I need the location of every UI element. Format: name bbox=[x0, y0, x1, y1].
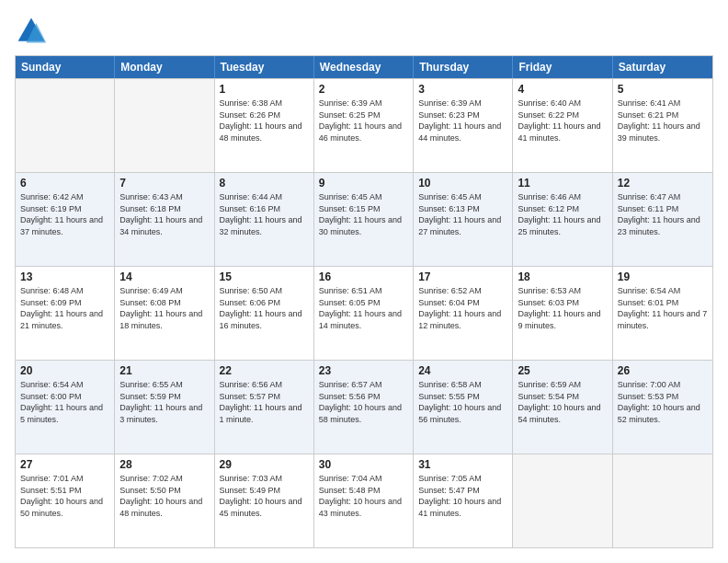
calendar-cell: 1Sunrise: 6:38 AM Sunset: 6:26 PM Daylig… bbox=[215, 79, 314, 172]
calendar-cell: 9Sunrise: 6:45 AM Sunset: 6:15 PM Daylig… bbox=[314, 173, 414, 266]
day-info: Sunrise: 6:57 AM Sunset: 5:56 PM Dayligh… bbox=[319, 379, 408, 425]
day-info: Sunrise: 6:52 AM Sunset: 6:04 PM Dayligh… bbox=[418, 285, 507, 331]
header-day-thursday: Thursday bbox=[414, 56, 513, 78]
day-number: 16 bbox=[319, 270, 408, 283]
day-number: 7 bbox=[119, 177, 209, 190]
day-info: Sunrise: 6:39 AM Sunset: 6:23 PM Dayligh… bbox=[418, 98, 507, 144]
calendar-cell: 3Sunrise: 6:39 AM Sunset: 6:23 PM Daylig… bbox=[414, 79, 513, 172]
calendar-cell: 29Sunrise: 7:03 AM Sunset: 5:49 PM Dayli… bbox=[215, 454, 314, 547]
day-number: 15 bbox=[220, 270, 309, 283]
logo bbox=[15, 15, 51, 48]
calendar-cell: 26Sunrise: 7:00 AM Sunset: 5:53 PM Dayli… bbox=[613, 361, 712, 454]
calendar-row: 20Sunrise: 6:54 AM Sunset: 6:00 PM Dayli… bbox=[16, 360, 712, 454]
day-info: Sunrise: 6:40 AM Sunset: 6:22 PM Dayligh… bbox=[518, 98, 607, 144]
calendar-row: 27Sunrise: 7:01 AM Sunset: 5:51 PM Dayli… bbox=[16, 454, 712, 547]
calendar-cell: 2Sunrise: 6:39 AM Sunset: 6:25 PM Daylig… bbox=[314, 79, 414, 172]
day-info: Sunrise: 6:44 AM Sunset: 6:16 PM Dayligh… bbox=[220, 191, 309, 237]
day-info: Sunrise: 6:43 AM Sunset: 6:18 PM Dayligh… bbox=[119, 191, 209, 237]
day-info: Sunrise: 6:46 AM Sunset: 6:12 PM Dayligh… bbox=[518, 191, 607, 237]
day-number: 19 bbox=[618, 270, 708, 283]
day-number: 30 bbox=[319, 458, 408, 471]
calendar-cell: 7Sunrise: 6:43 AM Sunset: 6:18 PM Daylig… bbox=[115, 173, 214, 266]
calendar-cell: 10Sunrise: 6:45 AM Sunset: 6:13 PM Dayli… bbox=[414, 173, 513, 266]
day-info: Sunrise: 6:54 AM Sunset: 6:00 PM Dayligh… bbox=[20, 379, 109, 425]
calendar-cell: 4Sunrise: 6:40 AM Sunset: 6:22 PM Daylig… bbox=[513, 79, 612, 172]
day-number: 31 bbox=[418, 458, 507, 471]
day-number: 5 bbox=[618, 83, 708, 96]
day-number: 24 bbox=[418, 364, 507, 377]
day-number: 2 bbox=[319, 83, 408, 96]
day-info: Sunrise: 6:47 AM Sunset: 6:11 PM Dayligh… bbox=[618, 191, 708, 237]
day-info: Sunrise: 6:59 AM Sunset: 5:54 PM Dayligh… bbox=[518, 379, 607, 425]
day-info: Sunrise: 6:42 AM Sunset: 6:19 PM Dayligh… bbox=[20, 191, 109, 237]
day-number: 18 bbox=[518, 270, 607, 283]
day-number: 25 bbox=[518, 364, 607, 377]
day-number: 10 bbox=[418, 177, 507, 190]
header-day-wednesday: Wednesday bbox=[314, 56, 414, 78]
page: SundayMondayTuesdayWednesdayThursdayFrid… bbox=[0, 0, 728, 563]
day-number: 8 bbox=[220, 177, 309, 190]
calendar-cell: 22Sunrise: 6:56 AM Sunset: 5:57 PM Dayli… bbox=[215, 361, 314, 454]
calendar-cell: 27Sunrise: 7:01 AM Sunset: 5:51 PM Dayli… bbox=[16, 454, 115, 547]
calendar-header: SundayMondayTuesdayWednesdayThursdayFrid… bbox=[16, 56, 712, 78]
calendar-body: 1Sunrise: 6:38 AM Sunset: 6:26 PM Daylig… bbox=[16, 78, 712, 547]
calendar-cell: 18Sunrise: 6:53 AM Sunset: 6:03 PM Dayli… bbox=[513, 267, 612, 360]
header-day-saturday: Saturday bbox=[613, 56, 712, 78]
calendar-row: 1Sunrise: 6:38 AM Sunset: 6:26 PM Daylig… bbox=[16, 78, 712, 172]
header bbox=[15, 15, 713, 48]
day-info: Sunrise: 6:45 AM Sunset: 6:13 PM Dayligh… bbox=[418, 191, 507, 237]
calendar-row: 6Sunrise: 6:42 AM Sunset: 6:19 PM Daylig… bbox=[16, 172, 712, 266]
calendar-cell: 23Sunrise: 6:57 AM Sunset: 5:56 PM Dayli… bbox=[314, 361, 414, 454]
header-day-monday: Monday bbox=[115, 56, 214, 78]
day-info: Sunrise: 7:04 AM Sunset: 5:48 PM Dayligh… bbox=[319, 473, 408, 519]
calendar-cell: 13Sunrise: 6:48 AM Sunset: 6:09 PM Dayli… bbox=[16, 267, 115, 360]
day-number: 3 bbox=[418, 83, 507, 96]
calendar-cell: 24Sunrise: 6:58 AM Sunset: 5:55 PM Dayli… bbox=[414, 361, 513, 454]
logo-icon bbox=[15, 15, 48, 48]
calendar-cell bbox=[115, 79, 214, 172]
calendar-cell bbox=[16, 79, 115, 172]
calendar-cell: 12Sunrise: 6:47 AM Sunset: 6:11 PM Dayli… bbox=[613, 173, 712, 266]
calendar-cell: 19Sunrise: 6:54 AM Sunset: 6:01 PM Dayli… bbox=[613, 267, 712, 360]
day-number: 12 bbox=[618, 177, 708, 190]
day-number: 21 bbox=[119, 364, 209, 377]
day-info: Sunrise: 6:58 AM Sunset: 5:55 PM Dayligh… bbox=[418, 379, 507, 425]
day-info: Sunrise: 6:53 AM Sunset: 6:03 PM Dayligh… bbox=[518, 285, 607, 331]
calendar-cell: 14Sunrise: 6:49 AM Sunset: 6:08 PM Dayli… bbox=[115, 267, 214, 360]
day-number: 14 bbox=[119, 270, 209, 283]
day-number: 11 bbox=[518, 177, 607, 190]
day-number: 6 bbox=[20, 177, 109, 190]
day-number: 4 bbox=[518, 83, 607, 96]
calendar-cell: 31Sunrise: 7:05 AM Sunset: 5:47 PM Dayli… bbox=[414, 454, 513, 547]
calendar-cell: 20Sunrise: 6:54 AM Sunset: 6:00 PM Dayli… bbox=[16, 361, 115, 454]
calendar-row: 13Sunrise: 6:48 AM Sunset: 6:09 PM Dayli… bbox=[16, 266, 712, 360]
calendar-cell: 6Sunrise: 6:42 AM Sunset: 6:19 PM Daylig… bbox=[16, 173, 115, 266]
day-info: Sunrise: 6:54 AM Sunset: 6:01 PM Dayligh… bbox=[618, 285, 708, 331]
day-number: 20 bbox=[20, 364, 109, 377]
day-number: 13 bbox=[20, 270, 109, 283]
day-number: 29 bbox=[220, 458, 309, 471]
day-info: Sunrise: 7:00 AM Sunset: 5:53 PM Dayligh… bbox=[618, 379, 708, 425]
day-info: Sunrise: 6:39 AM Sunset: 6:25 PM Dayligh… bbox=[319, 98, 408, 144]
day-info: Sunrise: 6:56 AM Sunset: 5:57 PM Dayligh… bbox=[220, 379, 309, 425]
day-info: Sunrise: 6:50 AM Sunset: 6:06 PM Dayligh… bbox=[220, 285, 309, 331]
day-number: 1 bbox=[220, 83, 309, 96]
header-day-friday: Friday bbox=[513, 56, 612, 78]
day-info: Sunrise: 7:02 AM Sunset: 5:50 PM Dayligh… bbox=[119, 473, 209, 519]
day-info: Sunrise: 7:03 AM Sunset: 5:49 PM Dayligh… bbox=[220, 473, 309, 519]
day-info: Sunrise: 6:49 AM Sunset: 6:08 PM Dayligh… bbox=[119, 285, 209, 331]
calendar-cell bbox=[513, 454, 612, 547]
calendar-cell: 8Sunrise: 6:44 AM Sunset: 6:16 PM Daylig… bbox=[215, 173, 314, 266]
day-info: Sunrise: 6:41 AM Sunset: 6:21 PM Dayligh… bbox=[618, 98, 708, 144]
day-info: Sunrise: 6:45 AM Sunset: 6:15 PM Dayligh… bbox=[319, 191, 408, 237]
calendar-cell: 21Sunrise: 6:55 AM Sunset: 5:59 PM Dayli… bbox=[115, 361, 214, 454]
day-number: 28 bbox=[119, 458, 209, 471]
header-day-tuesday: Tuesday bbox=[215, 56, 314, 78]
day-info: Sunrise: 6:48 AM Sunset: 6:09 PM Dayligh… bbox=[20, 285, 109, 331]
calendar-cell: 28Sunrise: 7:02 AM Sunset: 5:50 PM Dayli… bbox=[115, 454, 214, 547]
day-number: 22 bbox=[220, 364, 309, 377]
day-info: Sunrise: 6:38 AM Sunset: 6:26 PM Dayligh… bbox=[220, 98, 309, 144]
calendar: SundayMondayTuesdayWednesdayThursdayFrid… bbox=[15, 55, 713, 548]
calendar-cell: 25Sunrise: 6:59 AM Sunset: 5:54 PM Dayli… bbox=[513, 361, 612, 454]
day-info: Sunrise: 6:55 AM Sunset: 5:59 PM Dayligh… bbox=[119, 379, 209, 425]
